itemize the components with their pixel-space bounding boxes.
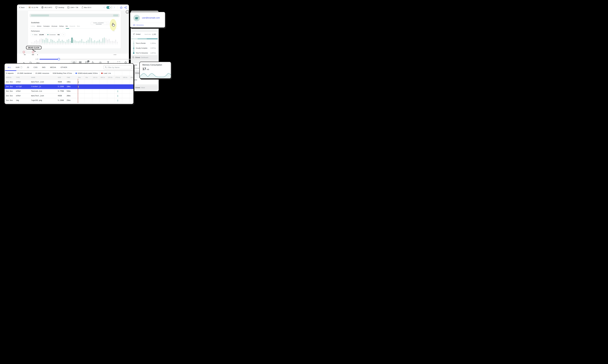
filter-input[interactable] [108, 66, 130, 68]
network-tab-css[interactable]: CSS [34, 66, 38, 68]
site-tab-more[interactable]: More [77, 26, 80, 27]
perf-metric-row: Time to Render1,162ms [131, 42, 158, 44]
timeline-handle[interactable] [58, 58, 60, 60]
metric-chip-clicks[interactable]: Clicks123,949 [31, 33, 45, 36]
network-tab-img[interactable]: IMG [42, 66, 46, 68]
chart-x-label: 14 [42, 43, 43, 44]
network-request-row[interactable]: 2xx-3xxothermanifest.json492B19ms [5, 80, 133, 84]
summary-text: DOM Building Time: 871ms [53, 72, 72, 74]
network-tab-media[interactable]: MEDIA [50, 66, 56, 68]
issue-marker[interactable]: i [22, 51, 26, 54]
date-range-picker[interactable]: Custom: 14/12/2019 - 21/01/2020 ⌄ [91, 22, 109, 25]
check-icon [110, 7, 111, 8]
avatar [133, 15, 140, 21]
name-cell: manifest.json [31, 95, 44, 97]
chart-bar [76, 41, 77, 43]
progress-segment [147, 39, 158, 39]
chart-x-label: 15 [44, 43, 45, 44]
chart-bar [114, 41, 115, 43]
domcontentloaded-dot [76, 73, 77, 74]
network-request-row[interactable]: 2xx-3xxotherfavicon.ico3.77KB52ms [5, 89, 133, 94]
network-request-row[interactable]: 2xx-3xxothermanifest.json492B26ms [5, 94, 133, 98]
toolbar-divider [117, 6, 117, 9]
column-header-name: NAME [31, 77, 35, 78]
site-tab-listings[interactable]: Listings [31, 26, 35, 27]
network-tab-all[interactable]: ALL [8, 66, 11, 68]
request-timing-pill [117, 90, 118, 92]
status-cell: 2xx-3xx [6, 81, 13, 83]
chart-bar [117, 42, 118, 43]
chart-x-label: 22 [105, 43, 106, 44]
status-cell: 2xx-3xx [6, 99, 13, 101]
network-tab-xhr[interactable]: XHR? [15, 66, 22, 68]
chart-x-label: 4 [76, 43, 77, 44]
add-metric-button[interactable]: + [62, 33, 65, 36]
os-label: Mac OS X [84, 7, 91, 8]
network-request-row[interactable]: 2xx-3xxscripttracker.js5.22KB18ms [5, 84, 133, 89]
chart-bar [105, 38, 106, 43]
event-type: Clicked [135, 57, 140, 58]
visited-metrics-card[interactable]: Visited Speed Index 1,162 / Time to Rend… [131, 32, 158, 55]
metric-value: 902 [58, 34, 60, 35]
metadata-button[interactable]: Metadata [133, 24, 144, 26]
site-tab-ad-groups[interactable]: Ad groups [52, 26, 57, 27]
chart-x-label: 8 [33, 43, 34, 44]
timeline-gridline [85, 98, 85, 103]
back-button[interactable]: Back [19, 7, 25, 8]
progress-segment [138, 39, 147, 39]
metric-dot [32, 34, 33, 35]
metric-label: Time to Render [136, 42, 150, 44]
share-button[interactable] [124, 6, 127, 9]
clicked-event-row[interactable]: ClickedDashboard [131, 55, 158, 60]
chart-x-label: 15 [94, 43, 95, 44]
chart-x-label: 12 [89, 43, 90, 44]
clicked-event-row[interactable]: ClickedAbout [131, 86, 158, 90]
metric-dot [47, 34, 48, 35]
performance-bar-chart [31, 36, 118, 43]
network-tab-js[interactable]: JS [27, 66, 29, 68]
chart-bar [115, 40, 116, 43]
chart-x-label: 26 [62, 43, 63, 44]
chart-bar [79, 41, 80, 43]
autoplay-toggle[interactable] [106, 6, 112, 9]
chart-x-label: 21 [54, 43, 55, 44]
time-column-header: 165.2s [101, 77, 105, 78]
visited-event-row[interactable]: Visited [131, 78, 158, 84]
metric-chip-conversion[interactable]: Conversion902 [46, 33, 61, 36]
site-tab-campaigns[interactable]: Campaigns [43, 26, 50, 27]
site-tab-advices[interactable]: Advices [37, 26, 41, 27]
chart-x-label: 23 [57, 43, 58, 44]
metric-value: 123,949 [39, 34, 44, 35]
site-tab-settings[interactable]: Settings [59, 26, 64, 27]
network-table: STATUSTYPENAMESIZETIME0ms55s110.1s165.2s… [5, 76, 133, 104]
chart-bar [44, 40, 45, 43]
user-email[interactable]: user@example.com [142, 17, 160, 19]
chart-bar [36, 40, 37, 43]
collapse-sidebar-button[interactable]: » [126, 10, 129, 13]
network-request-row[interactable]: 2xx-3xximglogo192.png5.22KB25ms [5, 98, 133, 103]
site-tab-keywords[interactable]: Keywords [70, 26, 75, 27]
chart-x-label: 13 [41, 43, 42, 44]
summary-text: Load: 1.4s [103, 72, 111, 74]
chart-x-label: 11 [38, 43, 39, 44]
metric-chips: Clicks123,949Conversion902+ [31, 33, 65, 36]
progress-segment [131, 39, 138, 39]
chart-bar [84, 42, 85, 43]
chart-bar [47, 39, 48, 43]
help-icon[interactable]: ? [20, 66, 22, 68]
chart-x-label: 25 [60, 43, 61, 44]
session-time-label: 01:11 PM [31, 7, 38, 8]
size-cell: 492B [58, 81, 62, 83]
favorite-star-button[interactable] [120, 6, 123, 9]
next-session-button[interactable] [114, 6, 115, 8]
prev-session-button[interactable] [103, 6, 105, 8]
timeline-gridline [115, 98, 115, 103]
network-tab-other[interactable]: OTHER [61, 66, 67, 68]
site-tab-ads[interactable]: Ads [65, 26, 68, 27]
chart-bar [62, 40, 63, 43]
time-column-header: 55s [86, 77, 88, 78]
chart-bar [54, 41, 55, 43]
timeline-gridline [85, 80, 85, 84]
status-cell: 2xx-3xx [6, 90, 13, 92]
chart-bar [49, 42, 50, 43]
